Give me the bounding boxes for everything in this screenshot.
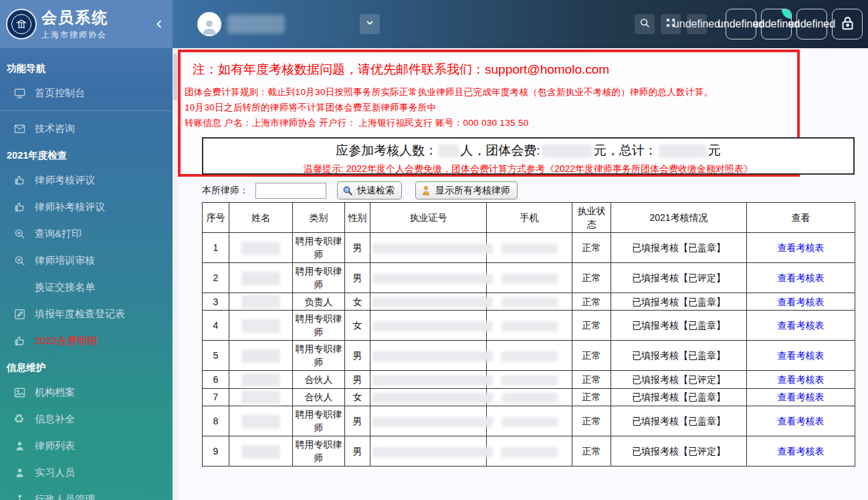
sidebar-item-annual-check-form[interactable]: 填报年度检查登记表 [0, 301, 173, 327]
view-report-link[interactable]: 查看考核表 [778, 446, 825, 456]
none-icon [13, 281, 26, 294]
summary-after-people: 人，团体会费: [460, 143, 540, 157]
envelope-icon [13, 122, 26, 135]
sidebar-item-fee-detail-2022[interactable]: 2022会费明细 [0, 327, 173, 354]
sidebar-item-lawyer-training-review[interactable]: 律师培训审核 [0, 247, 173, 274]
filters-button[interactable]: undefined [761, 9, 792, 39]
view-report-link[interactable]: 查看考核表 [778, 272, 825, 283]
cell-gender: 男 [345, 233, 370, 263]
avatar-icon [197, 12, 221, 36]
name-redacted [241, 242, 280, 255]
lawyer-assessment-table: 序号姓名类别性别执业证号手机执业状态2021考核情况查看 1聘用专职律师男正常已… [202, 202, 855, 467]
sidebar-item-tech-consult[interactable]: 技术咨询 [0, 115, 173, 142]
lock-button[interactable] [832, 9, 863, 39]
app-title: 会员系统 [41, 7, 108, 28]
phone-redacted [502, 417, 558, 427]
sidebar-item-label: 信息补全 [35, 413, 75, 426]
cell-name-redacted [229, 233, 293, 263]
notification-badge [782, 9, 791, 19]
cell-assessment: 已填报考核【已评定】 [611, 371, 747, 388]
sidebar-item-lawyer-makeup-assessment[interactable]: 律师补考核评议 [0, 193, 173, 220]
table-header-row: 序号姓名类别性别执业证号手机执业状态2021考核情况查看 [203, 203, 855, 233]
name-redacted [241, 319, 280, 333]
cell-view: 查看考核表 [747, 341, 855, 371]
cell-gender: 女 [345, 311, 370, 341]
scrollbar-track[interactable] [173, 48, 178, 500]
phone-redacted [502, 351, 558, 361]
cell-license-redacted [370, 263, 487, 293]
sidebar-collapse-icon[interactable] [151, 16, 167, 32]
view-report-link[interactable]: 查看考核表 [778, 350, 825, 361]
cell-view: 查看考核表 [747, 263, 855, 293]
cell-gender: 男 [345, 263, 370, 293]
table-row: 8聘用专职律师男正常已填报考核【已盖章】查看考核表 [203, 406, 855, 436]
person-icon [13, 467, 26, 479]
column-header: 性别 [345, 203, 370, 233]
sidebar-item-query-print[interactable]: 查询&打印 [0, 220, 173, 247]
name-redacted [241, 391, 280, 404]
zoomplus-icon [13, 228, 26, 240]
sidebar-divider [0, 110, 173, 111]
name-redacted [241, 415, 280, 428]
sidebar-item-label: 换证交接名单 [35, 281, 95, 294]
view-report-link[interactable]: 查看考核表 [778, 392, 825, 402]
cell-name-redacted [229, 311, 293, 341]
cell-name-redacted [229, 436, 293, 466]
sidebar-item-admin-staff[interactable]: 行政人员管理 [0, 486, 173, 500]
license-redacted [372, 376, 493, 386]
summary-after-total: 元 [708, 143, 721, 157]
cell-assessment: 已填报考核【已盖章】 [611, 406, 747, 436]
view-report-link[interactable]: 查看考核表 [778, 242, 825, 253]
user-avatar-button[interactable] [197, 12, 285, 36]
paper-plane-icon: undefined [673, 18, 720, 30]
view-report-link[interactable]: 查看考核表 [778, 297, 825, 307]
user-menu-dropdown-button[interactable] [360, 14, 380, 34]
announcements-button[interactable]: undefined [726, 9, 756, 39]
thumb-icon [13, 201, 26, 214]
sidebar-item-org-archive[interactable]: 机构档案 [0, 379, 173, 406]
sidebar-item-lawyer-assessment[interactable]: 律师考核评议 [0, 167, 173, 193]
cell-license-redacted [370, 436, 487, 466]
settings-button[interactable]: undefined [796, 9, 827, 39]
license-redacted [372, 417, 493, 427]
personf-icon [13, 493, 26, 500]
sidebar-item-intern-list[interactable]: 实习人员 [0, 459, 173, 486]
cell-status: 正常 [572, 233, 611, 263]
send-button[interactable]: undefined [687, 14, 707, 34]
cell-assessment: 已填报考核【已盖章】 [611, 311, 747, 341]
chevron-down-icon [364, 17, 376, 31]
sidebar-item-cert-handover-list[interactable]: 换证交接名单 [0, 274, 173, 301]
table-row: 6合伙人男正常已填报考核【已评定】查看考核表 [203, 371, 855, 388]
cell-status: 正常 [572, 388, 611, 406]
cell-name-redacted [229, 371, 293, 388]
cell-status: 正常 [572, 371, 611, 388]
cell-phone-redacted [487, 293, 572, 311]
gear-icon: undefined [788, 18, 835, 30]
column-header: 执业状态 [572, 203, 611, 233]
column-header: 执业证号 [370, 203, 487, 233]
lawyer-search-input[interactable] [255, 183, 326, 199]
cell-view: 查看考核表 [747, 311, 855, 341]
sidebar-item-home-console[interactable]: 首页控制台 [0, 80, 173, 106]
cell-name-redacted [229, 293, 293, 311]
cell-assessment: 已填报考核【已评定】 [611, 263, 747, 293]
show-all-lawyers-button[interactable]: 显示所有考核律师 [415, 181, 518, 199]
cell-phone-redacted [487, 436, 572, 466]
sidebar-item-label: 律师考核评议 [35, 174, 95, 187]
table-body: 1聘用专职律师男正常已填报考核【已盖章】查看考核表2聘用专职律师男正常已填报考核… [203, 233, 855, 467]
search-button[interactable] [635, 14, 655, 34]
view-report-link[interactable]: 查看考核表 [778, 416, 825, 426]
cell-index: 3 [203, 293, 229, 311]
table-row: 9聘用专职律师男正常已填报考核【已评定】查看考核表 [203, 436, 855, 466]
view-report-link[interactable]: 查看考核表 [778, 320, 825, 331]
cell-name-redacted [229, 263, 293, 293]
assessment-summary-box: 应参加考核人数：人，团体会费:元，总计：元 温馨提示: 2022年度个人会费免缴… [202, 137, 855, 175]
scrollbar-thumb[interactable] [173, 54, 177, 100]
topbar: undefinedundefinedundefinedundefined [173, 0, 868, 48]
quick-search-button[interactable]: 快速检索 [337, 181, 402, 199]
cell-status: 正常 [572, 311, 611, 341]
sidebar-item-lawyer-list[interactable]: 律师列表 [0, 432, 173, 459]
column-header: 类别 [293, 203, 345, 233]
view-report-link[interactable]: 查看考核表 [778, 374, 825, 385]
sidebar-item-info-completion[interactable]: ♻信息补全 [0, 406, 173, 432]
